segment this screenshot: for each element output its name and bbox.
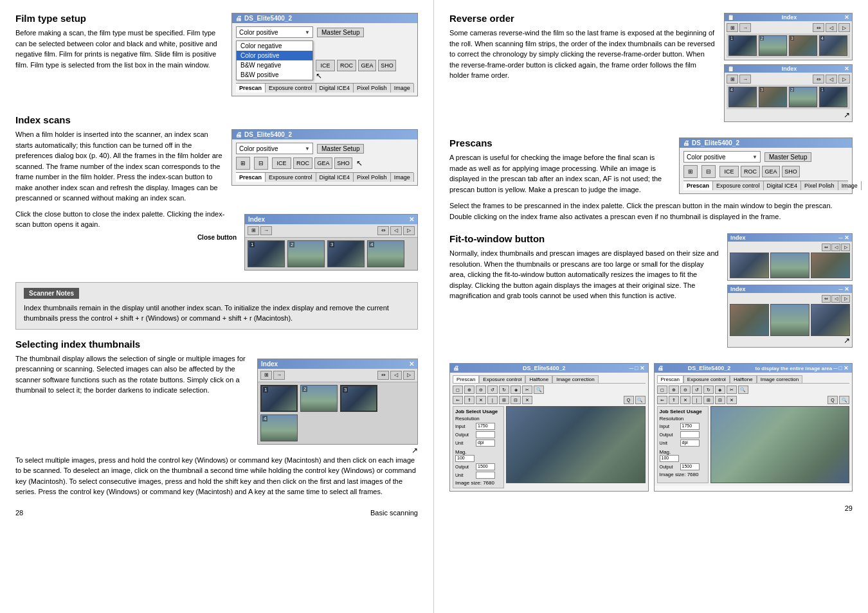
sel-tool-2[interactable]: → <box>273 371 285 380</box>
ls-rtool-r4[interactable]: | <box>692 396 702 404</box>
sel-nav-2[interactable]: ▷ <box>403 371 415 380</box>
index-film-dropdown[interactable]: Color positive ▼ <box>236 143 313 154</box>
gea-btn3[interactable]: GEA <box>762 166 780 177</box>
ls-rzoom-1[interactable]: Q <box>827 396 838 404</box>
prescan-btn1[interactable]: ⊞ <box>683 165 698 178</box>
prescan-btn2[interactable]: ⊟ <box>701 165 716 178</box>
gea-button[interactable]: GEA <box>358 60 376 71</box>
ls-zoom-2[interactable]: 🔍 <box>635 396 646 404</box>
tab-exposure-3[interactable]: Exposure control <box>713 181 764 190</box>
ls-rtool-r1[interactable]: ⇐ <box>657 396 667 404</box>
fit-minimize-2[interactable]: ─ <box>839 286 843 292</box>
index-thumb-1[interactable]: 1 <box>248 240 285 267</box>
ls-tool-l5[interactable]: ⊞ <box>499 396 509 404</box>
sel-tool-1[interactable]: ⊞ <box>260 371 272 380</box>
ls-tab-prescan-right[interactable]: Prescan <box>657 375 683 383</box>
palette-tool-2[interactable]: → <box>260 226 272 235</box>
fit-close-2[interactable]: ✕ <box>844 286 849 292</box>
tab-pixel-3[interactable]: Pixel Polish <box>801 181 838 190</box>
rev-nav-1b[interactable]: ▷ <box>838 23 850 32</box>
sho-btn3[interactable]: SHO <box>782 166 800 177</box>
ls-tool-l6[interactable]: ⊟ <box>511 396 521 404</box>
ls-rtool-8[interactable]: 🔍 <box>738 386 748 394</box>
fit-thumb-2a[interactable] <box>730 304 769 336</box>
rev-tool-2b[interactable]: → <box>739 75 751 84</box>
index-scan-btn[interactable]: ⊞ <box>236 157 250 170</box>
ls-rzoom-2[interactable]: 🔍 <box>839 396 849 404</box>
rev-close-2[interactable]: ✕ <box>844 66 849 72</box>
rev-nav-1a[interactable]: ◁ <box>826 23 837 32</box>
palette-nav-2[interactable]: ▷ <box>403 226 415 235</box>
tab-digital-1[interactable]: Digital ICE4 <box>316 84 354 93</box>
rev-tool-1a[interactable]: ⊞ <box>727 23 738 32</box>
ls-tool-7[interactable]: ✂ <box>522 386 532 394</box>
tab-digital-2[interactable]: Digital ICE4 <box>316 173 354 182</box>
film-type-dropdown[interactable]: Color positive ▼ <box>236 26 313 38</box>
ls-output-value[interactable] <box>476 431 495 438</box>
rev-fit-1[interactable]: ⇔ <box>813 23 824 32</box>
tab-image-1[interactable]: Image <box>391 84 414 93</box>
small-thumb-2c[interactable]: 2 <box>789 87 817 107</box>
ls-min-right[interactable]: ─ <box>833 365 837 371</box>
option-color-negative[interactable]: Color negative <box>237 41 312 51</box>
prescan-master-setup[interactable]: Master Setup <box>764 152 811 162</box>
ls-out2-value[interactable]: 1500 <box>476 463 495 470</box>
ls-close-right[interactable]: ✕ <box>844 365 849 371</box>
small-thumb-2a[interactable]: 4 <box>728 87 757 107</box>
rev-tool-2a[interactable]: ⊞ <box>727 75 738 84</box>
tab-image-2[interactable]: Image <box>391 173 414 182</box>
tab-image-3[interactable]: Image <box>838 181 862 190</box>
ls-rtool-3[interactable]: ⊖ <box>680 386 691 394</box>
ls-tool-2[interactable]: ⊕ <box>464 386 475 394</box>
small-thumb-1b[interactable]: 2 <box>759 35 787 56</box>
ls-tab-halftone-right[interactable]: Halftone <box>730 375 757 383</box>
sel-thumb-2[interactable]: 2 <box>300 385 338 412</box>
ls-tab-image-left[interactable]: Image correction <box>552 375 599 383</box>
palette-tool-1[interactable]: ⊞ <box>248 226 259 235</box>
option-color-positive[interactable]: Color positive <box>237 51 312 60</box>
ls-tab-exposure-right[interactable]: Exposure control <box>683 375 730 383</box>
ls-rout2-value[interactable]: 1500 <box>680 463 700 470</box>
ls-tab-prescan-left[interactable]: Prescan <box>453 375 479 383</box>
tab-digital-3[interactable]: Digital ICE4 <box>764 181 802 190</box>
fit-btn-1c[interactable]: ▷ <box>841 244 850 251</box>
ls-unit-value[interactable]: dpi <box>476 440 495 447</box>
tab-pixel-1[interactable]: Pixel Polish <box>354 84 391 93</box>
ls-tool-4[interactable]: ↺ <box>487 386 498 394</box>
ls-rtool-r7[interactable]: ✕ <box>727 396 737 404</box>
palette-fit-btn[interactable]: ⇔ <box>377 226 389 235</box>
fit-thumb-1a[interactable] <box>730 253 769 278</box>
rev-close-1[interactable]: ✕ <box>844 14 849 21</box>
index-thumb-3[interactable]: 3 <box>327 240 365 267</box>
ls-rtool-r5[interactable]: ⊞ <box>703 396 714 404</box>
ice-btn3[interactable]: ICE <box>719 166 739 177</box>
ls-rinput-value[interactable]: 1750 <box>680 423 700 430</box>
ls-rmag-value[interactable]: 100 <box>660 455 679 462</box>
fit-thumb-1c[interactable] <box>811 253 850 278</box>
sel-fit-btn[interactable]: ⇔ <box>377 371 389 380</box>
fit-btn-1a[interactable]: ⇔ <box>822 244 831 251</box>
sel-nav-1[interactable]: ◁ <box>390 371 402 380</box>
small-thumb-2b[interactable]: 3 <box>759 87 787 107</box>
ls-rtool-r2[interactable]: ⇑ <box>669 396 679 404</box>
ls-unit2-value[interactable] <box>476 472 495 479</box>
ls-max-left[interactable]: □ <box>635 365 638 371</box>
ls-rtool-r6[interactable]: ⊟ <box>715 396 725 404</box>
sel-thumb-1[interactable]: 1 <box>260 385 298 412</box>
ice-btn2[interactable]: ICE <box>272 157 291 169</box>
option-bw-negative[interactable]: B&W negative <box>237 60 312 70</box>
master-setup-button[interactable]: Master Setup <box>317 28 364 37</box>
selecting-close-icon[interactable]: ✕ <box>409 360 414 368</box>
fit-thumb-2c[interactable] <box>811 304 850 336</box>
ls-rtool-r3[interactable]: ✕ <box>680 396 691 404</box>
rev-tool-1b[interactable]: → <box>739 23 751 32</box>
tab-pixel-2[interactable]: Pixel Polish <box>354 173 391 182</box>
ls-tool-6[interactable]: ◈ <box>511 386 521 394</box>
fit-btn-2a[interactable]: ⇔ <box>822 295 831 303</box>
ls-tool-5[interactable]: ↻ <box>499 386 509 394</box>
ls-tool-l7[interactable]: ✕ <box>522 396 532 404</box>
fit-btn-2b[interactable]: ◁ <box>831 295 840 303</box>
fit-btn-1b[interactable]: ◁ <box>831 244 840 251</box>
sel-thumb-3[interactable]: 3 <box>340 385 377 412</box>
tab-prescan-3[interactable]: Prescan <box>683 181 713 190</box>
